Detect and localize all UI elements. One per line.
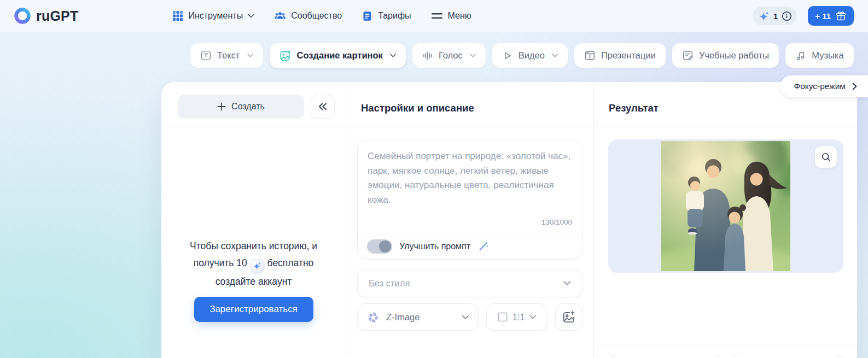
workspace-card: Создать Чтобы сохранить историю, и получ… [161, 82, 857, 358]
logo-ring-icon [14, 8, 31, 24]
tab-label: Учебные работы [699, 50, 769, 61]
ratio-square-icon [498, 312, 508, 322]
nav-label-community: Сообщество [291, 11, 342, 21]
logo[interactable]: ruGPT [14, 8, 78, 24]
chevron-down-icon [247, 54, 253, 57]
style-select-value: Без стиля [369, 278, 410, 289]
toggle-knob [379, 240, 391, 253]
community-icon [274, 10, 286, 22]
collapse-icon [318, 102, 328, 111]
create-button[interactable]: Создать [178, 95, 304, 119]
char-counter: 130/1000 [358, 218, 582, 226]
chevron-right-icon [852, 83, 857, 90]
sparkle-icon [759, 11, 770, 21]
nav-label-pricing: Тарифы [378, 11, 411, 21]
create-video-button[interactable]: Создать видео [608, 355, 722, 358]
focus-mode-label: Фокус-режим [794, 81, 846, 91]
sparkle-credit-icon [250, 259, 265, 273]
improve-prompt-label: Улучшить промпт [399, 242, 470, 251]
prompt-input[interactable] [358, 140, 582, 216]
logo-text: ruGPT [36, 8, 78, 24]
add-image-icon [562, 310, 576, 324]
history-panel: Создать Чтобы сохранить историю, и получ… [161, 82, 346, 358]
nav-item-tools[interactable]: Инструменты [172, 10, 254, 21]
chevron-down-icon [390, 54, 396, 57]
aspect-ratio-select[interactable]: 1:1 [486, 303, 547, 331]
tab-label: Видео [519, 50, 545, 61]
aspect-ratio-value: 1:1 [512, 312, 525, 322]
result-image-container [608, 139, 843, 273]
credits-badge[interactable]: 1 [753, 7, 797, 25]
result-panel: Результат [594, 82, 857, 358]
search-icon [821, 152, 831, 162]
pricing-icon [362, 10, 373, 22]
top-bar-right: 1 + 11 [753, 6, 854, 26]
tab-label: Текст [217, 50, 240, 61]
model-logo-icon [366, 310, 380, 324]
chevron-down-icon [552, 54, 558, 57]
style-select[interactable]: Без стиля [357, 269, 582, 297]
chevron-down-icon [462, 315, 469, 320]
tab-label: Музыка [812, 50, 843, 61]
edit-image-button[interactable]: Изменить [730, 355, 843, 358]
history-panel-header: Создать [161, 82, 346, 127]
image-tab-icon [279, 50, 292, 62]
text-tab-icon [200, 50, 212, 61]
settings-panel: Настройки и описание 130/1000 Улучшить п… [346, 82, 594, 358]
nav-label-tools: Инструменты [188, 11, 243, 21]
chevron-down-icon [529, 315, 536, 319]
chevron-down-icon [470, 54, 476, 57]
tab-image-generation[interactable]: Создание картинок [270, 43, 406, 68]
chevron-down-icon [248, 14, 254, 18]
tab-music[interactable]: Музыка [785, 43, 853, 68]
tab-label: Создание картинок [297, 50, 383, 61]
result-area [594, 127, 857, 345]
info-icon[interactable] [782, 11, 792, 21]
grid-icon [172, 10, 183, 21]
tab-voice[interactable]: Голос [412, 43, 486, 68]
model-select[interactable]: Z-Image [357, 303, 479, 331]
tab-video[interactable]: Видео [492, 43, 568, 68]
nav-label-menu: Меню [448, 11, 471, 21]
register-button[interactable]: Зарегистрироваться [194, 297, 313, 322]
collapse-sidebar-button[interactable] [311, 95, 335, 119]
music-tab-icon [795, 50, 806, 61]
tab-label: Голос [439, 50, 463, 61]
magic-wand-icon [477, 240, 489, 252]
create-label: Создать [231, 102, 265, 111]
nav-item-community[interactable]: Сообщество [274, 10, 342, 22]
papers-tab-icon [682, 50, 694, 61]
bonus-button[interactable]: + 11 [808, 6, 854, 26]
top-bar: ruGPT Инструменты [0, 0, 868, 32]
signup-prompt-text: Чтобы сохранить историю, и получить 10 б… [190, 238, 317, 290]
nav-item-menu[interactable]: Меню [431, 11, 471, 21]
improve-prompt-toggle[interactable] [367, 239, 392, 254]
prompt-card: 130/1000 Улучшить промпт [357, 140, 582, 260]
gift-icon [835, 10, 847, 22]
focus-mode-button[interactable]: Фокус-режим [780, 75, 868, 97]
chevron-down-icon [563, 281, 571, 286]
result-image[interactable] [661, 141, 790, 271]
tab-presentations[interactable]: Презентации [574, 43, 666, 68]
video-tab-icon [502, 50, 513, 61]
plus-icon [217, 102, 226, 111]
preview-image-button[interactable] [815, 146, 837, 168]
main-nav: Инструменты Сообщество Тарифы [172, 10, 471, 22]
tool-tabs: Текст Создание картинок Голос Видео [190, 43, 854, 68]
tab-text[interactable]: Текст [190, 43, 263, 68]
nav-item-pricing[interactable]: Тарифы [362, 10, 411, 22]
tab-label: Презентации [601, 50, 656, 61]
improve-prompt-row: Улучшить промпт [358, 233, 582, 259]
settings-panel-header: Настройки и описание [346, 82, 593, 127]
settings-title: Настройки и описание [361, 102, 474, 114]
add-reference-image-button[interactable] [555, 303, 582, 331]
history-panel-body: Чтобы сохранить историю, и получить 10 б… [161, 127, 346, 358]
bonus-label: + 11 [815, 11, 831, 21]
presentation-tab-icon [584, 50, 596, 61]
credits-count: 1 [773, 11, 778, 21]
model-select-value: Z-Image [386, 312, 456, 322]
tab-papers[interactable]: Учебные работы [672, 43, 779, 68]
menu-icon [431, 11, 443, 20]
result-title: Результат [609, 102, 659, 114]
voice-tab-icon [422, 50, 433, 61]
